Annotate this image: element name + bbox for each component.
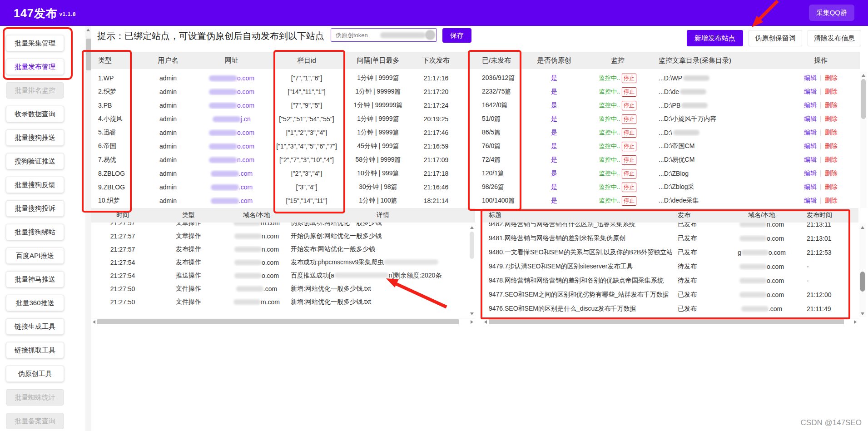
site-url-suffix[interactable]: n.com	[237, 156, 254, 163]
redacted-detail-blur	[334, 272, 389, 278]
stop-button[interactable]: 停止	[622, 101, 636, 110]
site-actions: 编辑|删除	[781, 74, 860, 82]
sidebar-item-8[interactable]: 批量搜狗绑站	[6, 224, 64, 240]
scroll-left-icon[interactable]	[484, 320, 487, 324]
pseudo-original-reserved-words-button[interactable]: 伪原创保留词	[749, 30, 802, 46]
site-type: 8.ZBLOG	[91, 170, 141, 177]
sidebar-item-11[interactable]: 批量360推送	[6, 295, 64, 311]
redacted-url-blur	[209, 75, 237, 81]
scrollbar-thumb[interactable]	[86, 39, 91, 70]
site-url-suffix[interactable]: .com	[239, 183, 253, 191]
scroll-right-icon[interactable]	[854, 320, 857, 324]
site-url-suffix[interactable]: o.com	[237, 143, 254, 150]
article-title[interactable]: 9476.SEO和SEM的区别是什么_discuz发布千万数据	[482, 305, 673, 313]
delete-link[interactable]: 删除	[825, 197, 838, 204]
sidebar-item-5[interactable]: 搜狗验证推送	[6, 153, 64, 169]
sidebar-item-14[interactable]: 伪原创工具	[6, 366, 64, 382]
site-url-suffix[interactable]: j.cn	[241, 115, 251, 123]
scrollbar-thumb[interactable]	[860, 272, 865, 292]
delete-link[interactable]: 删除	[825, 156, 838, 163]
article-title[interactable]: 9477.SEO和SEM之间的区别和优劣势有哪些_站群发布千万数据	[482, 291, 673, 299]
stop-button[interactable]: 停止	[622, 74, 636, 83]
scroll-up-icon[interactable]	[862, 74, 865, 77]
sidebar-item-3[interactable]: 收录数据查询	[6, 106, 64, 122]
scroll-left-icon[interactable]	[93, 320, 95, 324]
edit-link[interactable]: 编辑	[804, 129, 817, 136]
clear-publish-info-button[interactable]: 清除发布信息	[808, 30, 861, 46]
delete-link[interactable]: 删除	[825, 115, 838, 122]
edit-link[interactable]: 编辑	[804, 197, 817, 204]
sidebar-item-10[interactable]: 批量神马推送	[6, 271, 64, 287]
site-url-suffix[interactable]: o.com	[237, 88, 254, 95]
sidebar-item-1[interactable]: 批量发布管理	[6, 59, 64, 75]
delete-link[interactable]: 删除	[825, 183, 838, 190]
scrollbar-thumb[interactable]	[470, 232, 474, 259]
edit-link[interactable]: 编辑	[804, 156, 817, 163]
site-next-publish: 18:21:14	[411, 197, 461, 204]
edit-link[interactable]: 编辑	[804, 74, 817, 81]
site-url: o.com	[195, 143, 268, 150]
stop-button[interactable]: 停止	[622, 142, 636, 151]
delete-link[interactable]: 删除	[825, 101, 838, 109]
site-dir-text: ...D:\小旋风千万内容	[659, 115, 717, 122]
site-url-suffix[interactable]: o.com	[237, 102, 254, 109]
stop-button[interactable]: 停止	[622, 87, 636, 97]
stop-button[interactable]: 停止	[622, 114, 636, 124]
scrollbar-thumb[interactable]	[489, 319, 844, 324]
log-panel-scrollbar[interactable]	[469, 223, 475, 317]
sidebar-item-7[interactable]: 批量搜狗投诉	[6, 200, 64, 217]
article-panel-hscrollbar[interactable]	[482, 318, 858, 325]
article-title[interactable]: 9479.7步认清SEO和SEM的区别siteserver发布工具	[482, 263, 673, 271]
delete-link[interactable]: 删除	[825, 169, 838, 177]
delete-link[interactable]: 删除	[825, 142, 838, 149]
stop-button[interactable]: 停止	[622, 155, 636, 165]
scroll-up-icon[interactable]	[86, 29, 90, 31]
sidebar-item-9[interactable]: 百度API推送	[6, 248, 64, 264]
site-dir-text: ...D:\ZBlog	[659, 170, 689, 177]
edit-link[interactable]: 编辑	[804, 115, 817, 122]
edit-link[interactable]: 编辑	[804, 101, 817, 109]
qq-group-button[interactable]: 采集QQ群	[809, 5, 854, 21]
separator: |	[820, 183, 822, 190]
redacted-url-blur	[209, 89, 237, 95]
article-col-header: 发布时间	[800, 211, 858, 219]
edit-link[interactable]: 编辑	[804, 88, 817, 95]
article-title[interactable]: 9478.网络营销和网络营销的差别和各别的优缺点帝国采集系统	[482, 277, 673, 285]
monitor-status: 监控中..	[599, 143, 620, 149]
site-table-scrollbar[interactable]	[860, 72, 867, 208]
stop-button[interactable]: 停止	[622, 196, 636, 206]
delete-link[interactable]: 删除	[825, 88, 838, 95]
sidebar-item-0[interactable]: 批量采集管理	[6, 35, 64, 51]
article-title[interactable]: 9482.网络营销与网络营销有什么区别_迅睿采集系统	[482, 223, 673, 228]
site-url-suffix[interactable]: .com	[239, 170, 253, 177]
edit-link[interactable]: 编辑	[804, 183, 817, 190]
stop-button[interactable]: 停止	[622, 128, 636, 138]
sidebar-item-12[interactable]: 链接生成工具	[6, 318, 64, 335]
article-panel-scrollbar[interactable]	[859, 223, 866, 317]
delete-link[interactable]: 删除	[825, 129, 838, 136]
sidebar-item-4[interactable]: 批量搜狗推送	[6, 129, 64, 146]
edit-link[interactable]: 编辑	[804, 142, 817, 149]
sidebar-item-6[interactable]: 批量搜狗反馈	[6, 177, 64, 193]
add-publish-site-button[interactable]: 新增发布站点	[687, 30, 743, 46]
site-url-suffix[interactable]: o.com	[237, 129, 254, 136]
scroll-up-icon[interactable]	[861, 226, 864, 229]
scroll-up-icon[interactable]	[470, 226, 474, 229]
stop-button[interactable]: 停止	[622, 183, 636, 192]
article-title[interactable]: 9481.网络营销与网络营销的差别米拓采集伪原创	[482, 234, 673, 243]
scroll-down-icon[interactable]	[861, 312, 864, 315]
edit-link[interactable]: 编辑	[804, 169, 817, 177]
article-col-header: 域名/本地	[723, 211, 800, 219]
save-button[interactable]: 保存	[442, 28, 471, 43]
scroll-down-icon[interactable]	[470, 312, 474, 315]
scrollbar-thumb[interactable]	[861, 79, 866, 119]
delete-link[interactable]: 删除	[825, 74, 838, 81]
scroll-right-icon[interactable]	[471, 320, 473, 324]
log-panel-hscrollbar[interactable]	[91, 318, 475, 325]
article-title[interactable]: 9480.一文看懂SEO和SEM的关系与区别,以及你的B2B外贸独立站究竟...	[482, 248, 673, 257]
site-url-suffix[interactable]: o.com	[237, 74, 254, 82]
scrollbar-thumb[interactable]	[97, 319, 459, 324]
sidebar-item-13[interactable]: 链接抓取工具	[6, 342, 64, 358]
stop-button[interactable]: 停止	[622, 169, 636, 178]
site-url-suffix[interactable]: .com	[239, 197, 253, 204]
